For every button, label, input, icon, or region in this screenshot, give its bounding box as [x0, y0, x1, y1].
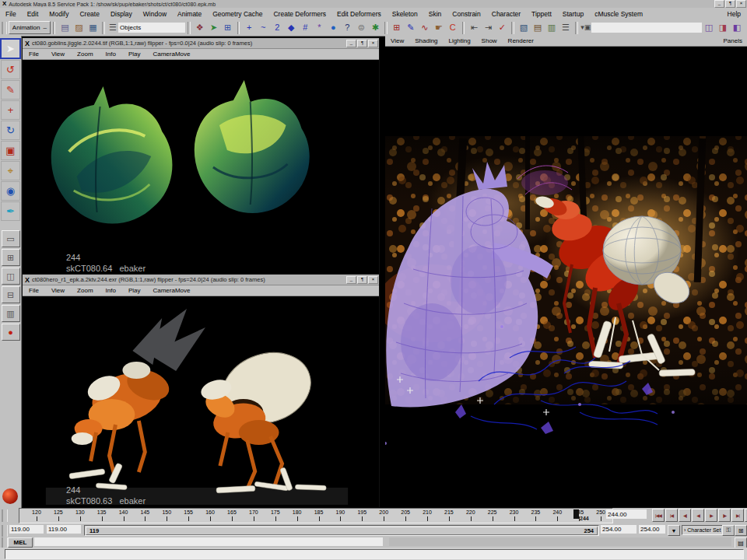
File[interactable]: File: [23, 287, 45, 294]
minimize-button[interactable]: _: [714, 0, 724, 8]
save-scene-icon[interactable]: ▦: [86, 21, 100, 34]
Skeleton[interactable]: Skeleton: [387, 10, 423, 18]
235[interactable]: 235: [524, 509, 546, 523]
paint-select-tool[interactable]: ✎: [1, 80, 20, 100]
input-connections-icon[interactable]: ⊞: [390, 21, 404, 34]
exit-edit-mode-icon[interactable]: ⇥: [481, 21, 495, 34]
ui-visibility-toggle-a-icon[interactable]: ◫: [702, 21, 716, 34]
Display[interactable]: Display: [105, 10, 138, 18]
220[interactable]: 220: [460, 509, 482, 523]
toolbar-drag-handle[interactable]: [2, 22, 7, 34]
maximize-button[interactable]: ¶: [357, 276, 367, 284]
Modify[interactable]: Modify: [44, 10, 74, 18]
CameraMove[interactable]: CameraMove: [146, 287, 196, 294]
step-back-key-button[interactable]: |◀: [665, 509, 678, 522]
125[interactable]: 125: [47, 509, 69, 523]
layout-custom-thumb-button[interactable]: ●: [2, 324, 20, 341]
move-tool[interactable]: +: [1, 100, 20, 120]
120[interactable]: 120: [26, 509, 47, 523]
140[interactable]: 140: [113, 509, 135, 523]
playback-end-field[interactable]: [601, 525, 637, 534]
Show[interactable]: Show: [476, 37, 503, 44]
command-input[interactable]: [34, 537, 383, 546]
show-manipulator-tool[interactable]: ✒: [1, 201, 20, 221]
Renderer[interactable]: Renderer: [503, 37, 539, 44]
play-forwards-button[interactable]: ▶: [705, 509, 717, 522]
150[interactable]: 150: [156, 509, 177, 523]
Lighting[interactable]: Lighting: [444, 37, 476, 44]
universal-snap-icon[interactable]: ●: [326, 21, 340, 34]
viewport-panels-menu[interactable]: Panels: [724, 37, 747, 44]
open-scene-icon[interactable]: ▨: [72, 21, 86, 34]
215[interactable]: 215: [438, 509, 460, 523]
maximize-button[interactable]: ¶: [357, 40, 367, 47]
snap-to-points-icon[interactable]: 2: [270, 21, 284, 34]
snap-to-curves-icon[interactable]: ~: [256, 21, 270, 34]
range-drag-handle[interactable]: [2, 525, 8, 537]
195[interactable]: 195: [351, 509, 373, 523]
Startup[interactable]: Startup: [557, 10, 589, 18]
new-scene-icon[interactable]: ▤: [58, 21, 72, 34]
Zoom[interactable]: Zoom: [71, 51, 99, 58]
make-live-icon[interactable]: #: [298, 21, 312, 34]
Constrain[interactable]: Constrain: [447, 10, 486, 18]
flipper-goblins-titlebar[interactable]: X ct080.goblins.jiggle.2.0244.tif (RGB,1…: [23, 38, 379, 49]
View[interactable]: View: [45, 51, 71, 58]
ui-visibility-toggle-c-icon[interactable]: ◧: [730, 21, 744, 34]
lock-selection-icon[interactable]: ⊜: [354, 21, 368, 34]
ui-visibility-toggle-b-icon[interactable]: ◨: [716, 21, 730, 34]
130[interactable]: 130: [69, 509, 91, 523]
snap-align-icon[interactable]: *: [312, 21, 326, 34]
210[interactable]: 210: [416, 509, 438, 523]
render-view-icon[interactable]: ▧: [517, 21, 531, 34]
mel-language-button[interactable]: MEL: [8, 537, 33, 548]
render-globals-icon[interactable]: ☰: [559, 21, 573, 34]
play-backwards-button[interactable]: ◀: [692, 509, 704, 522]
Zoom[interactable]: Zoom: [71, 287, 99, 294]
175[interactable]: 175: [265, 509, 286, 523]
menu-help[interactable]: Help: [721, 10, 747, 18]
range-slider-track[interactable]: 119 254: [84, 525, 599, 536]
160[interactable]: 160: [199, 509, 221, 523]
rotate-tool[interactable]: ↻: [1, 121, 20, 140]
highlight-selection-icon[interactable]: ✱: [368, 21, 382, 34]
Tippett[interactable]: Tippett: [526, 10, 557, 18]
quick-select-input[interactable]: [591, 23, 702, 33]
cMuscle System[interactable]: cMuscle System: [589, 10, 648, 18]
select-by-object-icon[interactable]: ➤: [207, 21, 221, 34]
Window[interactable]: Window: [138, 10, 172, 18]
current-frame-marker[interactable]: [573, 509, 579, 519]
character-set-dropdown-icon[interactable]: ▼: [668, 525, 680, 536]
File[interactable]: File: [23, 51, 45, 58]
Play[interactable]: Play: [122, 287, 147, 294]
menu-set-dropdown[interactable]: Animation –: [9, 21, 51, 34]
Create Deformers[interactable]: Create Deformers: [268, 10, 331, 18]
close-button[interactable]: ×: [736, 0, 746, 8]
construction-history-icon[interactable]: C: [446, 21, 460, 34]
CameraMove[interactable]: CameraMove: [146, 51, 196, 58]
playback-start-field[interactable]: [47, 525, 81, 534]
layout-single-pane-button[interactable]: ▭: [2, 230, 20, 247]
go-to-start-button[interactable]: |◀◀: [652, 509, 665, 522]
objects-filter-input[interactable]: [118, 23, 185, 33]
Animate[interactable]: Animate: [172, 10, 207, 18]
Geometry Cache[interactable]: Geometry Cache: [207, 10, 268, 18]
current-character-set[interactable]: › Character Set: [682, 525, 724, 535]
select-by-hierarchy-icon[interactable]: ❖: [193, 21, 207, 34]
205[interactable]: 205: [395, 509, 416, 523]
lasso-select-tool[interactable]: ↺: [1, 60, 20, 79]
output-connections-icon[interactable]: ✎: [404, 21, 418, 34]
minimize-button[interactable]: _: [346, 40, 356, 47]
200[interactable]: 200: [373, 509, 395, 523]
Info[interactable]: Info: [100, 51, 122, 58]
flipper-hero-titlebar[interactable]: X ct080hero_r1_epk.a.2ktv.244.exr (RGB,1…: [23, 275, 379, 285]
current-time-field[interactable]: [606, 509, 647, 519]
layout-persp-outliner-button[interactable]: ◫: [2, 268, 20, 285]
Edit Deformers[interactable]: Edit Deformers: [331, 10, 387, 18]
render-current-frame-icon[interactable]: ▤: [531, 21, 545, 34]
ipr-render-icon[interactable]: ▥: [545, 21, 559, 34]
close-button[interactable]: ×: [368, 276, 378, 284]
help-mode-icon[interactable]: ?: [340, 21, 354, 34]
layout-four-pane-button[interactable]: ⊞: [2, 249, 20, 266]
240[interactable]: 240: [546, 509, 568, 523]
